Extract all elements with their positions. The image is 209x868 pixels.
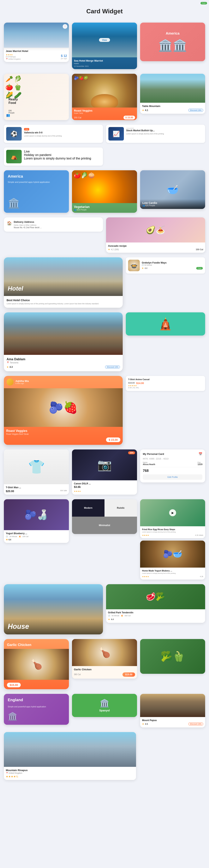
england-desc: Simple and powerfull apps hybrid applica…	[8, 705, 65, 708]
grilled-park-info: Grilled Park Tenderolin 🕐 50 Minute 🔥 40…	[106, 609, 205, 623]
camera-info: Canon DSLR ... $3.6k ★★★★	[72, 480, 137, 495]
grilled-park-card[interactable]: 🥩🥦 Food Grilled Park Tenderolin 🕐 50 Min…	[106, 584, 205, 623]
delivery-card[interactable]: 🏠 Delivery Address Home, Main & Other Ad…	[4, 217, 103, 232]
tshirt-card[interactable]: 👕 T-Shirt Man ... $20.00 335 Sale	[4, 450, 69, 495]
avocado-card[interactable]: 🥑🍝 Avocado recipe ★ 4.2 (200) 150 Cal	[106, 217, 205, 253]
holiday-content: Live Holiday on pandemi Lorem ipsum is s…	[24, 150, 91, 163]
garlic-white-card[interactable]: 🍗 Garlic Chicken 380 Cal $15.00	[72, 639, 137, 679]
profile-roast-card[interactable]: Aqhilha Wia 6 Mins ago 🫐🍓 Roast Veggies …	[4, 376, 123, 445]
row-13: Garlic Chicken 🍗 $15.00 🍗 Garlic Chicken…	[4, 639, 205, 689]
hotel-card-col: ♡ Jewe Marriot Hotel ★★★★ (3.9 Ratings) …	[4, 23, 69, 62]
roast-veggies-card[interactable]: 🫐🍓🥝 Roast Veggies Super Tasty 255 Cal $ …	[72, 74, 137, 120]
hotel-big-card[interactable]: Hotel Best Hotel Choice Lorem ipsum is s…	[4, 257, 123, 308]
spanyol-card[interactable]: 🏛️ Spanyol	[72, 694, 137, 717]
america-blue-desc: Simple and powerfull apps hybrid applica…	[8, 181, 65, 196]
house-overlay: House	[4, 619, 103, 634]
vegetarian-overlay: Vegetarian 👥 626 People	[72, 203, 137, 213]
news-card-1[interactable]: ⚽ Live Vallencia win 5-0 Lorem ipsum is …	[4, 125, 103, 143]
mount-rating-num: 4.5	[145, 723, 148, 725]
healthy-food-card[interactable]: 🥕🥬 🍅🫑 🌽🥒 Realty Food 👥 696 People	[4, 74, 69, 120]
table-mountain-bottom: ★ 4.1 Discount 15%	[142, 109, 203, 112]
camera-star: ★★★★	[74, 490, 81, 492]
roast-veggies-name: Roast Veggies	[74, 109, 135, 112]
garlic-white-bottom: 380 Cal $15.00	[74, 673, 135, 677]
yogurt-image: 🫐🍶	[4, 499, 69, 530]
yogurt-col: 🫐🍶 Yogurt Blueberry ... 🕐 20 Minute 🔥 10…	[4, 499, 69, 543]
avo-star: ★	[108, 248, 110, 251]
hotel-card[interactable]: ♡ Jewe Marriot Hotel ★★★★ (3.9 Ratings) …	[4, 23, 69, 62]
holiday-badge: Live	[24, 150, 30, 153]
anime-price-1: $18.00	[128, 382, 135, 384]
grilled-col: 🥩🥦 Food Grilled Park Tenderolin 🕐 50 Min…	[106, 584, 205, 623]
america-label: America	[166, 31, 179, 35]
spanyol-col: 🏛️ Spanyol	[72, 694, 137, 717]
camera-name: Canon DSLR ...	[74, 482, 135, 485]
delivery-addr: Nouse No. 41 2nd Floor deckt ...	[14, 226, 100, 228]
grekelyn-col: 🍲 Grekelyn Foodie Ways 🕐 50 Minute ★ 4.4…	[126, 257, 205, 274]
mount-info: Mount Papua ★ 4.5 Discount 15%	[140, 717, 205, 727]
personal-card[interactable]: My Personal Card 📅 4476 -4365 -2215 - 42…	[140, 450, 205, 483]
roast-veggies-sub: Super Tasty	[74, 112, 135, 114]
delivery-col: 🏠 Delivery Address Home, Main & Other Ad…	[4, 217, 103, 232]
grassy-card[interactable]: 🥦🫑	[140, 639, 205, 674]
yogurt-info: Yogurt Blueberry ... 🕐 20 Minute 🔥 100 C…	[4, 530, 69, 543]
gp-star: ★	[108, 618, 110, 621]
news-card-2-col: 📈 12/11/2020 Stock Market Bullish Up... …	[106, 125, 205, 143]
anime-sizes: S M L XL XXL	[128, 387, 203, 389]
sea-hotel-card[interactable]: View Sea Hotel Merge Warriot Hotels 12 N…	[72, 23, 137, 69]
england-col: England Simple and powerfull apps hybrid…	[4, 694, 69, 725]
homemade-card[interactable]: 🫐🥣 Home Made Yogurt Blubery ... Lorem ip…	[140, 540, 205, 580]
bowl-decoration	[91, 94, 118, 107]
temple-card[interactable]: 🛕	[126, 312, 205, 336]
news-1-text: Lorem ipsum is simply dummy text of the …	[24, 135, 101, 137]
table-mountain-card[interactable]: Table Mountain ★ 4.1 Discount 15%	[140, 74, 205, 114]
news-2-date: 12/11/2020	[126, 127, 203, 129]
low-cardio-overlay: Low Cardio 👥 626 People	[140, 199, 205, 209]
england-card[interactable]: England Simple and powerfull apps hybrid…	[4, 694, 69, 725]
pr-bottom: $ 15.00	[4, 437, 123, 445]
grilled-park-image: 🥩🥦	[106, 584, 205, 609]
row-3: ⚽ Live Vallencia win 5-0 Lorem ipsum is …	[4, 125, 205, 143]
america-card[interactable]: America 🏛️🏛️	[140, 23, 205, 61]
grekelyn-card[interactable]: 🍲 Grekelyn Foodie Ways 🕐 50 Minute ★ 4.4…	[126, 257, 205, 274]
america-blue-card[interactable]: America Simple and powerfull apps hybrid…	[4, 170, 69, 213]
style-card[interactable]: Modern Ruistic Minimalist	[72, 499, 137, 534]
fr-star: ★★★★	[142, 534, 149, 536]
house-col: House	[4, 584, 103, 634]
sea-hotel-view-button[interactable]: View	[99, 38, 110, 42]
edit-profile-button[interactable]: Edit Profile	[143, 474, 203, 480]
style-ruistic: Ruistic	[105, 499, 137, 517]
heart-icon[interactable]: ♡	[63, 24, 67, 29]
fried-rice-card[interactable]: ▶ Fried Rice Egg Ricas Easy Steps Lorem …	[140, 499, 205, 538]
delivery-content: Delivery Address Home, Main & Other Addr…	[14, 220, 100, 228]
play-button[interactable]: ▶	[169, 509, 176, 516]
hm-views: 4.1k	[200, 576, 203, 578]
mount-card[interactable]: Mount Papua ★ 4.5 Discount 15%	[140, 694, 205, 727]
house-card[interactable]: House	[4, 584, 103, 634]
rinapus-card[interactable]: Mountain Rinapus 📍 United Kingdom ★★★★½	[4, 732, 136, 780]
mount-image	[140, 694, 205, 717]
garlic-orange-card[interactable]: Garlic Chicken 🍗 $15.00	[4, 639, 69, 689]
hotel-big-name: Best Hotel Choice	[6, 299, 120, 302]
clock-icon-1: 🕐	[142, 264, 144, 266]
hotel-image: ♡	[4, 23, 69, 48]
camera-card[interactable]: 15% 📷 Canon DSLR ... $3.6k ★★★★	[72, 450, 137, 495]
yogurt-card[interactable]: 🫐🍶 Yogurt Blueberry ... 🕐 20 Minute 🔥 10…	[4, 499, 69, 543]
pr-food-sub: Roast Veggies Beef Steak	[6, 433, 120, 435]
avocado-cal: 150 Cal	[195, 248, 203, 251]
pr-sub: 6 Mins ago	[16, 382, 29, 384]
news-card-2[interactable]: 📈 12/11/2020 Stock Market Bullish Up... …	[106, 125, 205, 143]
table-mountain-info: Table Mountain ★ 4.1 Discount 15%	[140, 103, 205, 114]
fried-rice-meta: ★★★★ 4.1k views	[142, 534, 203, 536]
row-1: ♡ Jewe Marriot Hotel ★★★★ (3.9 Ratings) …	[4, 23, 205, 69]
flame-icon: 🔥	[19, 535, 21, 537]
mount-rating: ★ 4.5 Discount 15%	[142, 722, 203, 725]
ama-rating: 4.3	[9, 366, 13, 368]
anime-card[interactable]: T-Shirt Anime Casual $18.00 $14.00 ★★★★★…	[126, 376, 205, 391]
low-cardio-card[interactable]: 🥣 Low Cardio 👥 626 People	[140, 170, 205, 209]
homemade-title: Home Made Yogurt Blubery ...	[142, 569, 203, 572]
holiday-card[interactable]: ⛺ Live Holiday on pandemi Lorem ipsum is…	[4, 148, 103, 166]
grekelyn-bottom: ★ 4.4 Food	[142, 267, 203, 270]
vegetarian-card[interactable]: 🍅🥬🧅 Vegetarian 👥 626 People	[72, 170, 137, 213]
ama-dablam-card[interactable]: Ama Dablam 📍 Tanzania ★ 4.3 Discount 15%	[4, 312, 123, 371]
